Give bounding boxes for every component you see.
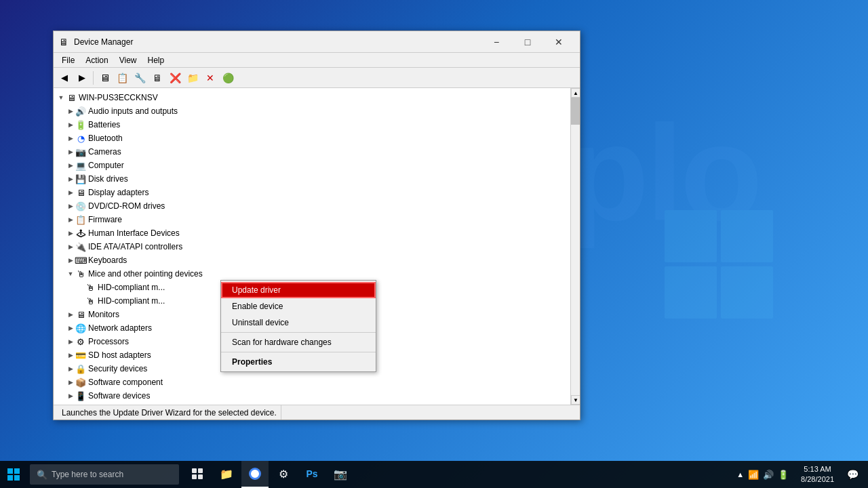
- tree-toggle-firmware[interactable]: ▶: [66, 215, 75, 224]
- menu-view[interactable]: View: [114, 54, 142, 66]
- menu-action[interactable]: Action: [80, 54, 113, 66]
- ctx-scan-hardware[interactable]: Scan for hardware changes: [221, 334, 376, 350]
- taskview-button[interactable]: [184, 461, 212, 488]
- context-menu: Update driver Enable device Uninstall de…: [220, 280, 376, 372]
- tree-icon-keyboards: ⌨: [75, 255, 86, 266]
- tree-toggle-cameras[interactable]: ▶: [66, 147, 75, 157]
- scrollbar-down[interactable]: ▼: [571, 395, 580, 405]
- tree-toggle-disk[interactable]: ▶: [66, 174, 75, 184]
- tree-item-firmware[interactable]: ▶ 📋 Firmware: [54, 213, 570, 226]
- tree-label-firmware: Firmware: [88, 215, 122, 224]
- device-manager-icon-btn[interactable]: 🖥: [96, 70, 113, 86]
- tree-label-sw-devices: Software devices: [88, 391, 150, 401]
- tree-item-software-component[interactable]: ▶ 📦 Software component: [54, 375, 570, 389]
- start-button[interactable]: [0, 461, 27, 488]
- tree-toggle-network[interactable]: ▶: [66, 323, 75, 333]
- tree-toggle-display[interactable]: ▶: [66, 188, 75, 197]
- tree-item-display[interactable]: ▶ 🖥 Display adapters: [54, 186, 570, 199]
- notification-button[interactable]: 💬: [842, 461, 863, 488]
- settings-button[interactable]: ⚙: [270, 461, 297, 488]
- scrollbar-thumb[interactable]: [571, 98, 580, 125]
- maximize-button[interactable]: □: [512, 31, 543, 53]
- tree-toggle-sd[interactable]: ▶: [66, 350, 75, 360]
- tree-toggle-bluetooth[interactable]: ▶: [66, 134, 75, 143]
- ctx-separator-2: [221, 352, 376, 352]
- tree-toggle-dvd[interactable]: ▶: [66, 201, 75, 211]
- tree-toggle-sw-devices[interactable]: ▶: [66, 391, 75, 401]
- window-icon: 🖥: [59, 37, 70, 47]
- tree-label-hid2: HID-compliant m...: [98, 296, 165, 306]
- device-manager-window: 🖥 Device Manager − □ ✕ File Action View …: [53, 30, 580, 420]
- tree-icon-hid: 🕹: [75, 228, 86, 239]
- tree-toggle-computer[interactable]: ▶: [66, 161, 75, 170]
- tree-root[interactable]: ▼ 🖥 WIN-PUS3ECCKNSV: [54, 91, 570, 104]
- scrollbar-track[interactable]: [571, 98, 580, 395]
- menu-help[interactable]: Help: [142, 54, 170, 66]
- tree-item-mice[interactable]: ▼ 🖱 Mice and other pointing devices: [54, 267, 570, 281]
- enable-device-btn[interactable]: 🖥: [149, 70, 165, 86]
- menu-file[interactable]: File: [56, 54, 80, 66]
- network-icon[interactable]: 📶: [748, 470, 759, 480]
- ctx-update-driver[interactable]: Update driver: [221, 282, 376, 298]
- update-driver-btn[interactable]: 🔧: [132, 70, 148, 86]
- tray-arrow[interactable]: ▲: [736, 470, 744, 479]
- tree-item-software-devices[interactable]: ▶ 📱 Software devices: [54, 389, 570, 403]
- back-button[interactable]: ◀: [56, 70, 73, 86]
- minimize-button[interactable]: −: [481, 31, 512, 53]
- tree-label-sd: SD host adapters: [88, 350, 151, 360]
- remove-btn[interactable]: ✕: [202, 70, 218, 86]
- file-explorer-button[interactable]: 📁: [213, 461, 240, 488]
- tree-toggle-sw-component[interactable]: ▶: [66, 378, 75, 387]
- tree-toggle-hid[interactable]: ▶: [66, 228, 75, 238]
- taskbar-tray: ▲ 📶 🔊 🔋 5:13 AM 8/28/2021 💬: [732, 461, 868, 488]
- properties-icon-btn[interactable]: 📋: [114, 70, 130, 86]
- tree-icon-ide: 🔌: [75, 241, 86, 252]
- tree-toggle-audio[interactable]: ▶: [66, 106, 75, 116]
- tree-toggle-processors[interactable]: ▶: [66, 337, 75, 346]
- toolbar-separator-1: [93, 71, 94, 85]
- ctx-enable-device[interactable]: Enable device: [221, 298, 376, 314]
- tree-item-bluetooth[interactable]: ▶ ◔ Bluetooth: [54, 131, 570, 145]
- taskbar-search[interactable]: 🔍 Type here to search: [30, 464, 179, 485]
- scrollbar-up[interactable]: ▲: [571, 88, 580, 98]
- tree-label-ide: IDE ATA/ATAPI controllers: [88, 242, 182, 251]
- tree-item-ide[interactable]: ▶ 🔌 IDE ATA/ATAPI controllers: [54, 240, 570, 253]
- tree-item-sound[interactable]: ▶ 🎵 Sound, video and game controllers: [54, 403, 570, 405]
- tree-item-keyboards[interactable]: ▶ ⌨ Keyboards: [54, 253, 570, 267]
- battery-icon[interactable]: 🔋: [778, 470, 789, 480]
- tree-icon-computer: 💻: [75, 160, 86, 171]
- tree-icon-hid1: 🖱: [85, 282, 96, 293]
- svg-rect-3: [14, 475, 20, 481]
- chrome-button[interactable]: ●: [241, 461, 269, 488]
- tree-toggle-ide[interactable]: ▶: [66, 242, 75, 251]
- tree-item-batteries[interactable]: ▶ 🔋 Batteries: [54, 118, 570, 131]
- tree-item-audio[interactable]: ▶ 🔊 Audio inputs and outputs: [54, 104, 570, 118]
- clock[interactable]: 5:13 AM 8/28/2021: [795, 464, 840, 485]
- volume-icon[interactable]: 🔊: [763, 470, 774, 480]
- tree-icon-processors: ⚙: [75, 336, 86, 347]
- tree-icon-sd: 💳: [75, 350, 86, 361]
- uninstall-btn[interactable]: ❌: [167, 70, 183, 86]
- scan-changes-btn[interactable]: 📁: [184, 70, 201, 86]
- tree-item-computer[interactable]: ▶ 💻 Computer: [54, 159, 570, 172]
- forward-button[interactable]: ▶: [74, 70, 90, 86]
- tree-toggle-root[interactable]: ▼: [56, 93, 66, 102]
- tree-item-cameras[interactable]: ▶ 📷 Cameras: [54, 145, 570, 159]
- tree-item-disk-drives[interactable]: ▶ 💾 Disk drives: [54, 172, 570, 186]
- tree-item-hid[interactable]: ▶ 🕹 Human Interface Devices: [54, 226, 570, 240]
- ctx-uninstall-device[interactable]: Uninstall device: [221, 314, 376, 331]
- close-button[interactable]: ✕: [543, 31, 574, 53]
- scrollbar-vertical[interactable]: ▲ ▼: [570, 88, 580, 405]
- photoshop-button[interactable]: Ps: [298, 461, 326, 488]
- tree-item-dvd[interactable]: ▶ 💿 DVD/CD-ROM drives: [54, 199, 570, 213]
- tree-icon-bluetooth: ◔: [75, 133, 86, 144]
- ctx-properties[interactable]: Properties: [221, 354, 376, 370]
- tree-icon-security: 🔒: [75, 363, 86, 374]
- tree-toggle-mice[interactable]: ▼: [66, 269, 75, 279]
- tree-icon-audio: 🔊: [75, 106, 86, 117]
- tree-toggle-batteries[interactable]: ▶: [66, 120, 75, 129]
- tree-toggle-monitors[interactable]: ▶: [66, 310, 75, 319]
- tree-toggle-security[interactable]: ▶: [66, 364, 75, 373]
- app6-button[interactable]: 📷: [327, 461, 354, 488]
- add-btn[interactable]: 🟢: [220, 70, 236, 86]
